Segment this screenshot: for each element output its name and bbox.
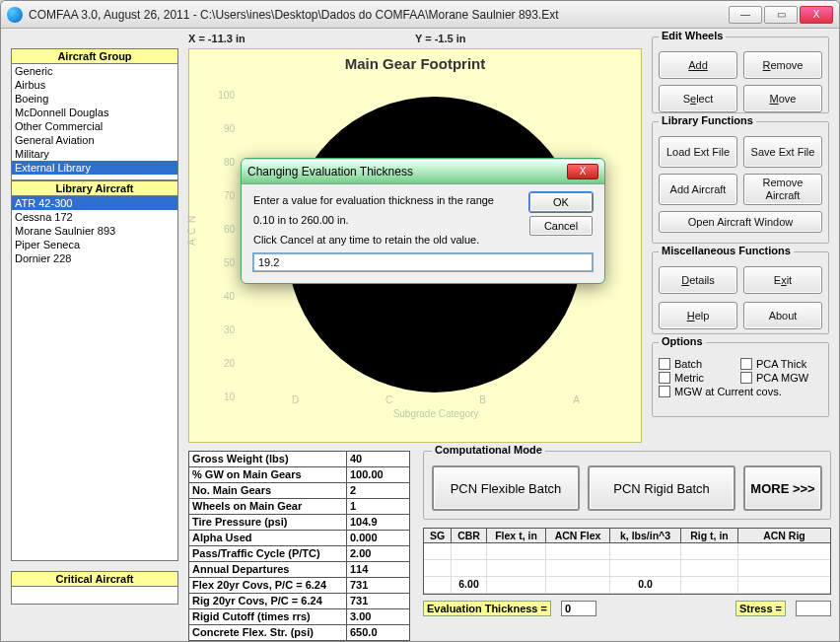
app-window: COMFAA 3.0, August 26, 2011 - C:\Users\i… [0,0,840,642]
minimize-button[interactable]: — [729,6,762,24]
dialog-ok-button[interactable]: OK [529,192,593,212]
dialog-titlebar[interactable]: Changing Evaluation Thickness X [242,159,604,184]
window-buttons: — ▭ X [729,6,833,24]
dialog-close-button[interactable]: X [567,164,598,179]
dialog-value-input[interactable] [253,253,593,271]
dialog-text-1: Enter a value for evaluation thickness i… [253,194,500,206]
dialog-title: Changing Evaluation Thickness [247,165,413,178]
close-button[interactable]: X [800,6,833,24]
dialog-cancel-button[interactable]: Cancel [529,216,593,236]
titlebar[interactable]: COMFAA 3.0, August 26, 2011 - C:\Users\i… [1,1,839,29]
dialog-overlay: Changing Evaluation Thickness X OK Cance… [1,29,839,641]
eval-thickness-dialog: Changing Evaluation Thickness X OK Cance… [241,158,605,284]
window-title: COMFAA 3.0, August 26, 2011 - C:\Users\i… [29,8,559,22]
app-icon [7,7,23,23]
maximize-button[interactable]: ▭ [764,6,798,24]
